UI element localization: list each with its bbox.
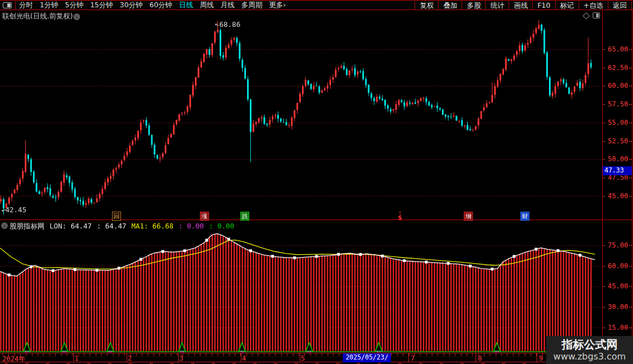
date-minor-tick	[26, 353, 26, 356]
tool-叠加[interactable]: 叠加	[438, 1, 462, 10]
high-annotation: ←68.86	[215, 20, 240, 29]
price-label: 62.50	[608, 64, 628, 72]
date-minor-tick	[107, 353, 108, 356]
indicator-label: 75.00	[608, 241, 628, 249]
date-minor-tick	[333, 353, 334, 356]
date-month-tick	[476, 353, 476, 362]
date-minor-tick	[136, 353, 137, 356]
tool-+自选[interactable]: +自选	[579, 1, 608, 10]
wealth-marker[interactable]: 财	[520, 212, 529, 221]
date-minor-tick	[472, 353, 473, 356]
date-minor-tick	[188, 353, 189, 356]
date-minor-tick	[252, 353, 253, 356]
date-minor-tick	[229, 353, 230, 356]
date-minor-tick	[496, 353, 496, 356]
panel-toggle-icon[interactable]	[593, 12, 600, 18]
date-label: 1	[75, 354, 78, 362]
indicator-label: 30.00	[608, 303, 628, 311]
date-minor-tick	[264, 353, 264, 356]
date-label: 9	[539, 354, 543, 362]
timeframe-1分钟[interactable]: 1分钟	[40, 1, 58, 10]
date-minor-tick	[310, 353, 311, 356]
date-minor-tick	[124, 353, 125, 356]
timeframe-60分钟[interactable]: 60分钟	[150, 1, 173, 10]
date-minor-tick	[171, 353, 171, 356]
date-label: 5	[301, 354, 305, 362]
date-minor-tick	[461, 353, 462, 356]
price-label: 55.00	[608, 119, 628, 127]
rise-marker[interactable]: 涨	[200, 212, 209, 221]
chevron-down-icon[interactable]: ⌄	[1, 222, 8, 229]
date-minor-tick	[159, 353, 160, 356]
indicator-label: 15.00	[608, 324, 628, 332]
date-month-tick	[408, 353, 409, 362]
indicator-name[interactable]: 股朋指标网	[10, 222, 45, 231]
date-minor-tick	[444, 353, 444, 356]
watermark-title: 指标公式网	[562, 338, 618, 351]
price-label: 65.00	[608, 45, 628, 53]
low-annotation: ←42.45	[1, 206, 26, 214]
date-minor-tick	[507, 353, 508, 356]
watermark: 指标公式网 www.zbgs3.com	[546, 336, 633, 364]
watermark-url: www.zbgs3.com	[553, 351, 626, 362]
chart-title: 联创光电(日线.前复权)	[2, 12, 73, 21]
tool-统计[interactable]: 统计	[485, 1, 509, 10]
dollar-marker[interactable]: ↑$	[395, 212, 404, 221]
date-minor-tick	[165, 353, 166, 356]
date-minor-tick	[148, 353, 148, 356]
timeframe-30分钟[interactable]: 30分钟	[120, 1, 143, 10]
timeframe-分时[interactable]: 分时	[19, 1, 33, 10]
date-month-tick	[300, 353, 300, 362]
fall-marker[interactable]: 跌	[240, 212, 249, 221]
timeframe-日线[interactable]: 日线	[179, 1, 193, 10]
ma1-value: MA1: 66.68	[131, 222, 173, 231]
date-label: 3	[179, 354, 183, 362]
price-label: 50.00	[608, 155, 628, 163]
tool-标记[interactable]: 标记	[555, 1, 579, 10]
main-chart-canvas[interactable]	[0, 10, 602, 220]
window-layout-icon[interactable]	[3, 2, 12, 8]
date-label: 4	[242, 354, 246, 362]
top-toolbar: 分时1分钟5分钟15分钟30分钟60分钟日线周线月线多周期更多› 复权叠加多股统…	[0, 0, 633, 10]
timeframe-更多›[interactable]: 更多›	[269, 1, 286, 10]
date-minor-tick	[113, 353, 114, 356]
timeframe-15分钟[interactable]: 15分钟	[90, 1, 113, 10]
date-minor-tick	[437, 353, 438, 356]
date-minor-tick	[90, 353, 90, 356]
date-minor-tick	[84, 353, 85, 356]
price-label: 45.00	[608, 192, 628, 200]
date-minor-tick	[177, 353, 178, 356]
date-minor-tick	[484, 353, 485, 356]
date-minor-tick	[328, 353, 328, 356]
date-minor-tick	[38, 353, 38, 356]
date-minor-tick	[275, 353, 276, 356]
timeframe-月线[interactable]: 月线	[221, 1, 235, 10]
date-minor-tick	[287, 353, 287, 356]
timeframe-5分钟[interactable]: 5分钟	[65, 1, 83, 10]
date-minor-tick	[281, 353, 282, 356]
tool-返回[interactable]: 返回	[608, 1, 632, 10]
date-minor-tick	[513, 353, 514, 356]
increase-marker[interactable]: 增	[464, 212, 473, 221]
return-marker[interactable]: 回	[112, 212, 121, 221]
date-month-tick	[127, 353, 127, 362]
chevron-down-icon[interactable]: ⌄	[73, 13, 80, 20]
tool-F10[interactable]: F10	[532, 1, 555, 10]
date-minor-tick	[96, 353, 96, 356]
date-minor-tick	[426, 353, 427, 356]
date-minor-tick	[43, 353, 44, 356]
timeframe-多周期[interactable]: 多周期	[241, 1, 263, 10]
date-minor-tick	[316, 353, 316, 356]
tool-多股[interactable]: 多股	[462, 1, 485, 10]
tool-画线[interactable]: 画线	[509, 1, 532, 10]
date-minor-tick	[67, 353, 67, 356]
date-minor-tick	[206, 353, 206, 356]
date-minor-tick	[339, 353, 339, 356]
date-minor-tick	[391, 353, 392, 356]
tool-复权[interactable]: 复权	[415, 1, 438, 10]
date-minor-tick	[501, 353, 502, 356]
timeframe-周线[interactable]: 周线	[200, 1, 214, 10]
date-minor-tick	[432, 353, 432, 356]
indicator-canvas[interactable]	[0, 221, 602, 353]
date-minor-tick	[200, 353, 201, 356]
